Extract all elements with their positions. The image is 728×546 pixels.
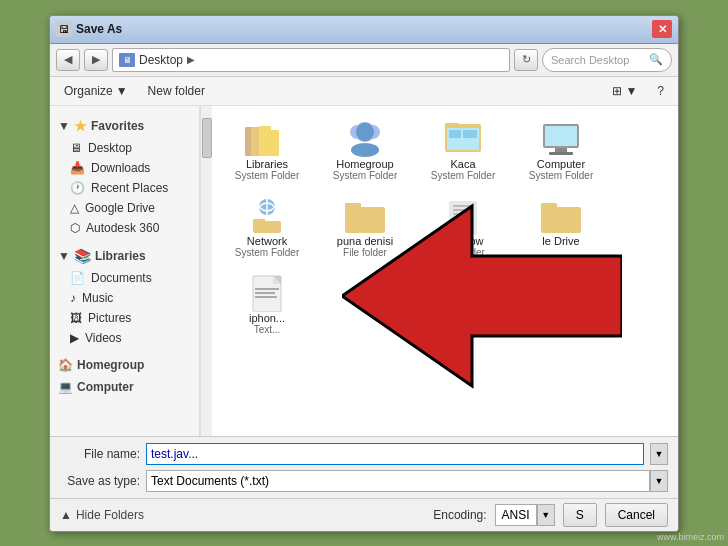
file-item-iphone[interactable]: iphon... Text... xyxy=(222,270,312,339)
filename-row: File name: ▼ xyxy=(60,443,668,465)
svg-rect-5 xyxy=(259,126,271,132)
toolbar: ◀ ▶ 🖥 Desktop ▶ ↻ Search Desktop 🔍 xyxy=(50,44,678,77)
encoding-label: Encoding: xyxy=(433,508,486,522)
svg-point-10 xyxy=(351,143,379,157)
homegroup-icon: 🏠 xyxy=(58,358,73,372)
favorites-label: Favorites xyxy=(91,119,144,133)
sidebar-item-downloads[interactable]: 📥 Downloads xyxy=(50,158,199,178)
filename-dropdown[interactable]: ▼ xyxy=(650,443,668,465)
videos-icon: ▶ xyxy=(70,331,79,345)
file-item-drive[interactable]: le Drive xyxy=(516,193,606,262)
libraries-name: Libraries xyxy=(246,158,288,170)
svg-rect-36 xyxy=(255,288,279,290)
save-button[interactable]: S xyxy=(563,503,597,527)
favorites-arrow: ▼ xyxy=(58,119,70,133)
file-item-computer[interactable]: Computer System Folder xyxy=(516,116,606,185)
filename-input[interactable] xyxy=(146,443,644,465)
hide-folders-label: Hide Folders xyxy=(76,508,144,522)
libraries-label: Libraries xyxy=(95,249,146,263)
svg-rect-27 xyxy=(453,205,473,207)
views-icon: ⊞ xyxy=(612,84,622,98)
sidebar-scrollbar[interactable] xyxy=(200,106,212,436)
libraries-arrow: ▼ xyxy=(58,249,70,263)
encoding-value: ANSI xyxy=(495,504,537,526)
status-bar: ▲ Hide Folders Encoding: ANSI ▼ S Cancel… xyxy=(50,498,678,531)
sidebar-item-recent-label: Recent Places xyxy=(91,181,168,195)
computer-name: Computer xyxy=(537,158,585,170)
svg-rect-29 xyxy=(453,213,469,215)
network-type: System Folder xyxy=(235,247,299,258)
command-bar: Organize ▼ New folder ⊞ ▼ ? xyxy=(50,77,678,106)
forward-button[interactable]: ▶ xyxy=(84,49,108,71)
kaca-type: System Folder xyxy=(431,170,495,181)
address-bar[interactable]: 🖥 Desktop ▶ xyxy=(112,48,510,72)
scrollbar-thumb[interactable] xyxy=(202,118,212,158)
file-item-kaca[interactable]: Kaca System Folder xyxy=(418,116,508,185)
help-icon: ? xyxy=(657,84,664,98)
libraries-type: System Folder xyxy=(235,170,299,181)
back-button[interactable]: ◀ xyxy=(56,49,80,71)
bottom-bar: File name: ▼ Save as type: Text Document… xyxy=(50,436,678,498)
file-item-puna[interactable]: puna denisi File folder xyxy=(320,193,410,262)
hide-folders-area[interactable]: ▲ Hide Folders xyxy=(60,508,144,522)
kaca-name: Kaca xyxy=(450,158,475,170)
organize-arrow: ▼ xyxy=(116,84,128,98)
favorites-header[interactable]: ▼ ★ Favorites xyxy=(50,114,199,138)
sidebar-item-documents[interactable]: 📄 Documents xyxy=(50,268,199,288)
file-item-wikihow[interactable]: Wikihow File folder xyxy=(418,193,508,262)
encoding-dropdown[interactable]: ▼ xyxy=(537,504,555,526)
sidebar-item-videos-label: Videos xyxy=(85,331,121,345)
puna-folder-icon xyxy=(341,197,389,235)
savetype-value: Text Documents (*.txt) xyxy=(146,470,650,492)
savetype-combo[interactable]: Text Documents (*.txt) ▼ xyxy=(146,470,668,492)
homegroup-label: Homegroup xyxy=(77,358,144,372)
iphone-type: Text... xyxy=(254,324,281,335)
sidebar-item-pictures[interactable]: 🖼 Pictures xyxy=(50,308,199,328)
kaca-icon xyxy=(439,120,487,158)
file-item-homegroup[interactable]: Homegroup System Folder xyxy=(320,116,410,185)
file-item-libraries[interactable]: Libraries System Folder xyxy=(222,116,312,185)
organize-button[interactable]: Organize ▼ xyxy=(58,81,134,101)
sidebar-item-recent[interactable]: 🕐 Recent Places xyxy=(50,178,199,198)
file-item-network[interactable]: Network System Folder xyxy=(222,193,312,262)
sidebar-item-google-drive[interactable]: △ Google Drive xyxy=(50,198,199,218)
help-button[interactable]: ? xyxy=(651,81,670,101)
computer-label: Computer xyxy=(77,380,134,394)
drive-name: le Drive xyxy=(542,235,579,247)
libraries-header[interactable]: ▼ 📚 Libraries xyxy=(50,244,199,268)
svg-rect-30 xyxy=(453,217,471,219)
search-bar[interactable]: Search Desktop 🔍 xyxy=(542,48,672,72)
computer-header[interactable]: 💻 Computer xyxy=(50,376,199,398)
title-bar: 🖫 Save As ✕ xyxy=(50,16,678,44)
svg-rect-14 xyxy=(449,130,461,138)
sidebar-item-downloads-label: Downloads xyxy=(91,161,150,175)
new-folder-button[interactable]: New folder xyxy=(142,81,211,101)
iphone-file-icon xyxy=(243,274,291,312)
svg-rect-15 xyxy=(463,130,477,138)
encoding-combo[interactable]: ANSI ▼ xyxy=(495,504,555,526)
documents-icon: 📄 xyxy=(70,271,85,285)
homegroup-header[interactable]: 🏠 Homegroup xyxy=(50,354,199,376)
sidebar-item-desktop[interactable]: 🖥 Desktop xyxy=(50,138,199,158)
cancel-button[interactable]: Cancel xyxy=(605,503,668,527)
views-button[interactable]: ⊞ ▼ xyxy=(606,81,643,101)
svg-rect-4 xyxy=(259,130,279,156)
refresh-button[interactable]: ↻ xyxy=(514,49,538,71)
organize-label: Organize xyxy=(64,84,113,98)
svg-rect-28 xyxy=(453,209,473,211)
file-area: Libraries System Folder Homegroup System… xyxy=(212,106,678,436)
svg-rect-19 xyxy=(549,152,573,155)
svg-rect-25 xyxy=(345,203,361,209)
sidebar-item-music[interactable]: ♪ Music xyxy=(50,288,199,308)
savetype-dropdown[interactable]: ▼ xyxy=(650,470,668,492)
sidebar-item-gdrive-label: Google Drive xyxy=(85,201,155,215)
sidebar-item-autodesk[interactable]: ⬡ Autodesk 360 xyxy=(50,218,199,238)
window-title: Save As xyxy=(76,22,648,36)
close-button[interactable]: ✕ xyxy=(652,20,672,38)
svg-rect-24 xyxy=(345,207,385,233)
svg-rect-12 xyxy=(445,123,459,128)
sidebar-item-videos[interactable]: ▶ Videos xyxy=(50,328,199,348)
new-folder-label: New folder xyxy=(148,84,205,98)
sidebar-item-music-label: Music xyxy=(82,291,113,305)
sidebar-item-autodesk-label: Autodesk 360 xyxy=(86,221,159,235)
